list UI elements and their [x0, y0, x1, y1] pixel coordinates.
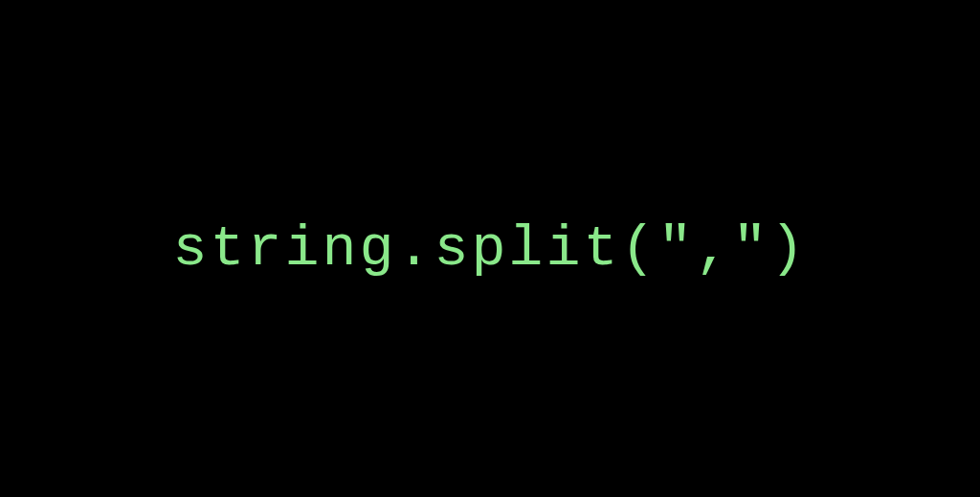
code-snippet: string.split(",")	[172, 216, 807, 282]
